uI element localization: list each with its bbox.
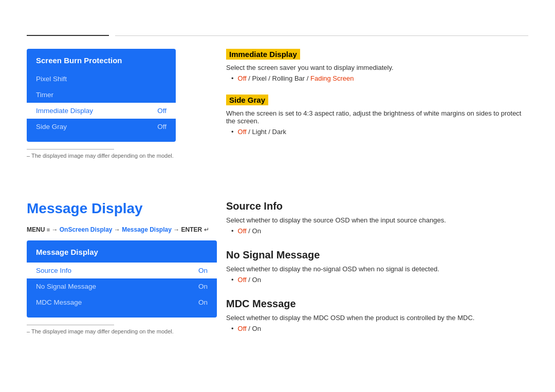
no-signal-section: No Signal Message Select whether to disp… — [226, 249, 528, 284]
opt-rolling: Rolling Bar — [272, 74, 305, 82]
immediate-display-desc: Select the screen saver you want to disp… — [226, 64, 528, 71]
source-info-options: • Off / On — [231, 227, 528, 235]
opt-off-2: Off — [238, 128, 247, 136]
mdc-on: On — [252, 325, 261, 332]
menu-item-timer[interactable]: Timer — [27, 87, 176, 103]
dash-symbol-2: – — [27, 328, 31, 334]
note-divider-1 — [27, 149, 114, 150]
mdc-sep: / — [247, 325, 252, 332]
opt-sep2-1: / — [267, 74, 272, 82]
bullet-dot-5: • — [231, 325, 234, 332]
bullet-dot-3: • — [231, 227, 234, 235]
message-display-note: – The displayed image may differ dependi… — [27, 328, 217, 334]
no-signal-options: • Off / On — [231, 276, 528, 284]
divider-dark — [27, 35, 109, 36]
screen-burn-title: Screen Burn Protection — [27, 56, 176, 71]
side-gray-label: Side Gray — [36, 123, 67, 130]
message-display-panel: Message Display MENU ≡ → OnScreen Displa… — [27, 200, 217, 334]
message-link: Message Display — [122, 226, 172, 233]
arrow3: → — [172, 226, 181, 233]
arrow1: → — [50, 226, 60, 233]
divider-light — [115, 35, 528, 36]
menu-item-immediate-display[interactable]: Immediate Display Off — [27, 103, 176, 119]
message-display-menu-title: Message Display — [27, 248, 217, 263]
mdc-off: Off — [238, 325, 247, 332]
mdc-message-section: MDC Message Select whether to display th… — [226, 298, 528, 332]
right-descriptions-bottom: Source Info Select whether to display th… — [226, 200, 528, 332]
opt-sep-sg2: / — [267, 128, 272, 136]
opt-light: Light — [252, 128, 267, 136]
menu-path: MENU ≡ → OnScreen Display → Message Disp… — [27, 226, 217, 233]
menu-label: MENU — [27, 226, 47, 233]
screen-burn-note: – The displayed image may differ dependi… — [27, 153, 176, 159]
source-info-options-text: Off / On — [238, 227, 261, 235]
menu-item-side-gray[interactable]: Side Gray Off — [27, 119, 176, 135]
no-signal-off: Off — [238, 276, 247, 284]
immediate-display-section: Immediate Display Select the screen save… — [226, 49, 528, 82]
opt-sep-sg1: / — [247, 128, 252, 136]
immediate-display-label: Immediate Display — [36, 107, 93, 115]
note-divider-2 — [27, 325, 114, 325]
no-signal-on: On — [252, 276, 261, 284]
menu-item-pixel-shift[interactable]: Pixel Shift — [27, 71, 176, 87]
no-signal-label: No Signal Message — [36, 283, 96, 290]
no-signal-heading: No Signal Message — [226, 249, 528, 261]
side-gray-options-text: Off / Light / Dark — [238, 128, 286, 136]
immediate-display-options: • Off / Pixel / Rolling Bar / Fading Scr… — [231, 74, 528, 82]
bullet-dot-2: • — [231, 128, 234, 136]
immediate-display-heading: Immediate Display — [226, 49, 300, 60]
opt-dark: Dark — [272, 128, 286, 136]
bullet-dot-4: • — [231, 276, 234, 284]
opt-off-1: Off — [238, 74, 247, 82]
side-gray-section: Side Gray When the screen is set to 4:3 … — [226, 95, 528, 136]
immediate-options-text: Off / Pixel / Rolling Bar / Fading Scree… — [238, 74, 354, 82]
mdc-message-heading: MDC Message — [226, 298, 528, 310]
pixel-shift-label: Pixel Shift — [36, 75, 67, 83]
opt-sep1-1: / — [247, 74, 252, 82]
source-info-section: Source Info Select whether to display th… — [226, 200, 528, 235]
no-signal-value: On — [198, 283, 208, 290]
mdc-message-options: • Off / On — [231, 325, 528, 332]
mdc-message-label: MDC Message — [36, 298, 82, 306]
no-signal-sep: / — [247, 276, 252, 284]
dash-symbol: – — [27, 153, 31, 159]
message-display-title: Message Display — [27, 200, 217, 217]
onscreen-link: OnScreen Display — [60, 226, 113, 233]
arrow2: → — [112, 226, 122, 233]
menu-item-source-info[interactable]: Source Info On — [27, 263, 217, 278]
menu-item-no-signal[interactable]: No Signal Message On — [27, 278, 217, 294]
mdc-message-desc: Select whether to display the MDC OSD wh… — [226, 314, 528, 322]
no-signal-options-text: Off / On — [238, 276, 261, 284]
screen-burn-menu: Screen Burn Protection Pixel Shift Timer… — [27, 49, 176, 142]
mdc-message-value: On — [198, 298, 208, 306]
opt-sep3-1: / — [305, 74, 310, 82]
screen-burn-panel: Screen Burn Protection Pixel Shift Timer… — [27, 49, 176, 159]
source-sep: / — [247, 227, 252, 235]
side-gray-desc: When the screen is set to 4:3 aspect rat… — [226, 109, 528, 125]
opt-pixel: Pixel — [252, 74, 267, 82]
side-gray-value: Off — [157, 123, 166, 130]
opt-fading: Fading Screen — [310, 74, 354, 82]
message-display-menu: Message Display Source Info On No Signal… — [27, 240, 217, 318]
bullet-dot-1: • — [231, 74, 234, 82]
source-info-label: Source Info — [36, 267, 71, 274]
right-descriptions-top: Immediate Display Select the screen save… — [226, 49, 528, 136]
source-info-value: On — [198, 267, 208, 274]
top-divider — [27, 35, 528, 36]
side-gray-heading: Side Gray — [226, 95, 268, 105]
timer-label: Timer — [36, 91, 53, 99]
source-off: Off — [238, 227, 247, 235]
enter-label: ENTER — [181, 226, 204, 233]
source-on: On — [252, 227, 261, 235]
mdc-options-text: Off / On — [238, 325, 261, 332]
no-signal-desc: Select whether to display the no-signal … — [226, 265, 528, 273]
side-gray-options: • Off / Light / Dark — [231, 128, 528, 136]
enter-icon: ↵ — [204, 226, 209, 233]
menu-item-mdc-message[interactable]: MDC Message On — [27, 294, 217, 310]
source-info-heading: Source Info — [226, 200, 528, 212]
immediate-display-value: Off — [157, 107, 166, 115]
source-info-desc: Select whether to display the source OSD… — [226, 216, 528, 224]
